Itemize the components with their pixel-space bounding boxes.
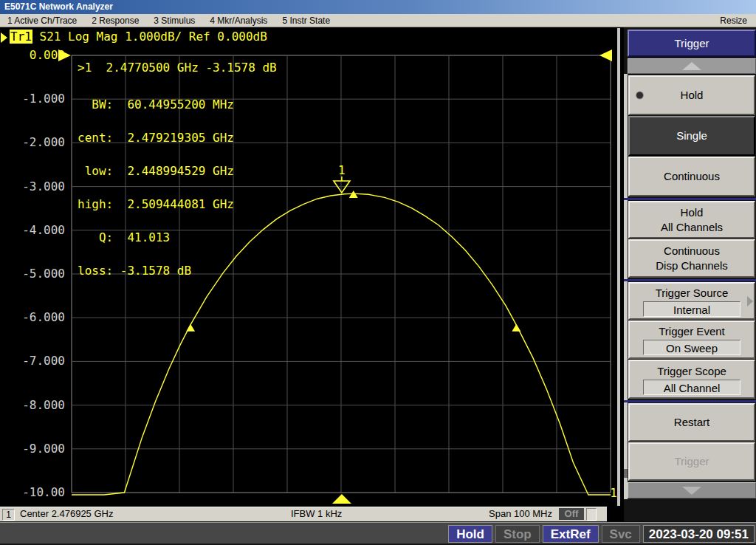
y-axis-label: -3.000 bbox=[22, 179, 65, 193]
bandwidth-marker-icon bbox=[186, 324, 195, 332]
softkey-trigger-event[interactable]: Trigger Event On Sweep bbox=[628, 321, 755, 359]
y-axis-label: -1.000 bbox=[22, 92, 65, 106]
menu-resize[interactable]: Resize bbox=[712, 14, 756, 27]
menu-stimulus[interactable]: 3 Stimulus bbox=[146, 14, 202, 27]
softkey-single[interactable]: Single bbox=[628, 116, 755, 156]
marker-stimulus-icon[interactable] bbox=[332, 494, 351, 504]
softkey-panel: Trigger Hold Single Continuous Hold All … bbox=[624, 27, 756, 521]
submenu-arrow-icon bbox=[747, 296, 753, 306]
arrow-down-icon bbox=[682, 487, 701, 495]
y-axis-label: -2.000 bbox=[22, 135, 65, 149]
softkey-scroll-tick bbox=[624, 469, 628, 478]
bandwidth-marker-icon bbox=[512, 324, 520, 332]
softkey-separator bbox=[624, 400, 756, 402]
analyzer-screen: E5071C Network Analyzer 1 Active Ch/Trac… bbox=[0, 0, 756, 545]
softkey-continuous[interactable]: Continuous bbox=[628, 157, 755, 196]
softkey-value: Internal bbox=[643, 301, 740, 317]
softkey-scroll-up-button[interactable] bbox=[628, 58, 756, 74]
active-trace-arrow-icon bbox=[1, 32, 7, 43]
softkey-trigger-source[interactable]: Trigger Source Internal bbox=[628, 282, 755, 320]
span-label[interactable]: Span 100 MHz bbox=[489, 508, 552, 519]
trace-format-label: S21 Log Mag 1.000dB/ Ref 0.000dB bbox=[32, 30, 267, 44]
bandwidth-marker-icon bbox=[349, 191, 358, 198]
softkey-label: Trigger Scope bbox=[657, 364, 726, 379]
bw-row: loss: -3.1578 dB bbox=[78, 265, 234, 276]
window-title: E5071C Network Analyzer bbox=[4, 1, 113, 12]
channel-status-bar: 1 Center 2.476925 GHz IFBW 1 kHz Span 10… bbox=[0, 507, 607, 521]
softkey-value: All Channel bbox=[643, 380, 740, 395]
selected-radio-icon bbox=[636, 92, 643, 99]
status-svc-badge: Svc bbox=[602, 525, 640, 543]
status-extref-badge: ExtRef bbox=[543, 525, 599, 543]
status-indicator-box bbox=[586, 508, 597, 521]
bw-row: BW: 60.44955200 MHz bbox=[78, 99, 234, 110]
trace-end-number: 1 bbox=[610, 486, 617, 500]
y-axis-label: -4.000 bbox=[22, 223, 65, 237]
menu-response[interactable]: 2 Response bbox=[84, 14, 146, 27]
instrument-status-bar: Hold Stop ExtRef Svc 2023-03-20 09:51 bbox=[0, 521, 756, 545]
softkey-label: Trigger Source bbox=[656, 286, 729, 301]
bw-row: low: 2.448994529 GHz bbox=[78, 165, 234, 176]
marker1-label: 1 bbox=[338, 163, 346, 177]
window-titlebar: E5071C Network Analyzer bbox=[0, 0, 756, 14]
status-stop-badge: Stop bbox=[495, 525, 540, 543]
softkey-trigger-scope[interactable]: Trigger Scope All Channel bbox=[628, 360, 755, 399]
trace-header[interactable]: Tr1 S21 Log Mag 1.000dB/ Ref 0.000dB bbox=[10, 30, 267, 44]
bandwidth-readout: BW: 60.44955200 MHz cent: 2.479219305 GH… bbox=[78, 77, 234, 298]
menu-bar: 1 Active Ch/Trace 2 Response 3 Stimulus … bbox=[0, 14, 756, 27]
menu-instr-state[interactable]: 5 Instr State bbox=[275, 14, 337, 27]
softkey-label: Hold bbox=[681, 205, 704, 220]
bw-row: cent: 2.479219305 GHz bbox=[78, 132, 234, 143]
ifbw-label[interactable]: IFBW 1 kHz bbox=[291, 508, 342, 519]
softkey-scroll-strip[interactable] bbox=[624, 74, 628, 499]
softkey-hold[interactable]: Hold bbox=[628, 75, 755, 115]
softkey-hold-all-channels[interactable]: Hold All Channels bbox=[628, 201, 755, 239]
softkey-label: Single bbox=[676, 128, 707, 143]
trace-name-badge: Tr1 bbox=[10, 30, 32, 44]
status-hold-badge: Hold bbox=[448, 525, 492, 543]
ref-level-right-icon bbox=[599, 49, 612, 61]
softkey-separator bbox=[624, 279, 756, 281]
arrow-up-icon bbox=[682, 62, 701, 70]
channel-number-badge: 1 bbox=[2, 509, 15, 521]
softkey-label: Trigger bbox=[675, 454, 709, 469]
softkey-separator bbox=[624, 198, 756, 200]
window-right-border bbox=[617, 28, 620, 506]
softkey-label: Trigger Event bbox=[659, 324, 724, 339]
status-clock: 2023-03-20 09:51 bbox=[643, 525, 755, 543]
y-axis-label: -8.000 bbox=[22, 398, 65, 412]
softkey-label: Restart bbox=[674, 415, 709, 430]
softkey-label: Continuous bbox=[664, 244, 720, 258]
y-axis-label: -5.000 bbox=[22, 267, 65, 281]
softkey-value: On Sweep bbox=[643, 340, 740, 355]
y-axis-label: -9.000 bbox=[22, 442, 65, 456]
bw-row: Q: 41.013 bbox=[78, 232, 234, 243]
menu-mkr-analysis[interactable]: 4 Mkr/Analysis bbox=[202, 14, 275, 27]
y-axis-label: -6.000 bbox=[22, 310, 65, 324]
softkey-label: Disp Channels bbox=[656, 258, 728, 273]
softkey-restart[interactable]: Restart bbox=[628, 403, 755, 442]
channel-window: 0.000-1.000-2.000-3.000-4.000-5.000-6.00… bbox=[0, 28, 624, 507]
softkey-label: All Channels bbox=[661, 220, 723, 235]
marker-readout-line: >1 2.4770500 GHz -3.1578 dB bbox=[78, 61, 277, 75]
y-axis-label: -7.000 bbox=[22, 354, 65, 368]
softkey-continuous-disp-channels[interactable]: Continuous Disp Channels bbox=[628, 239, 755, 278]
menu-active-ch-trace[interactable]: 1 Active Ch/Trace bbox=[0, 14, 84, 27]
y-axis-label: -10.00 bbox=[22, 485, 65, 499]
averaging-off-badge: Off bbox=[559, 508, 584, 520]
softkey-trigger-disabled: Trigger bbox=[628, 442, 755, 481]
bw-row: high: 2.509444081 GHz bbox=[78, 199, 234, 210]
status-segments: Hold Stop ExtRef Svc 2023-03-20 09:51 bbox=[448, 525, 755, 543]
softkey-menu-title: Trigger bbox=[628, 30, 756, 57]
softkey-label: Continuous bbox=[664, 169, 720, 184]
softkey-label: Hold bbox=[681, 88, 704, 103]
softkey-scroll-down-button[interactable] bbox=[628, 482, 756, 498]
center-frequency-label[interactable]: Center 2.476925 GHz bbox=[20, 508, 113, 519]
